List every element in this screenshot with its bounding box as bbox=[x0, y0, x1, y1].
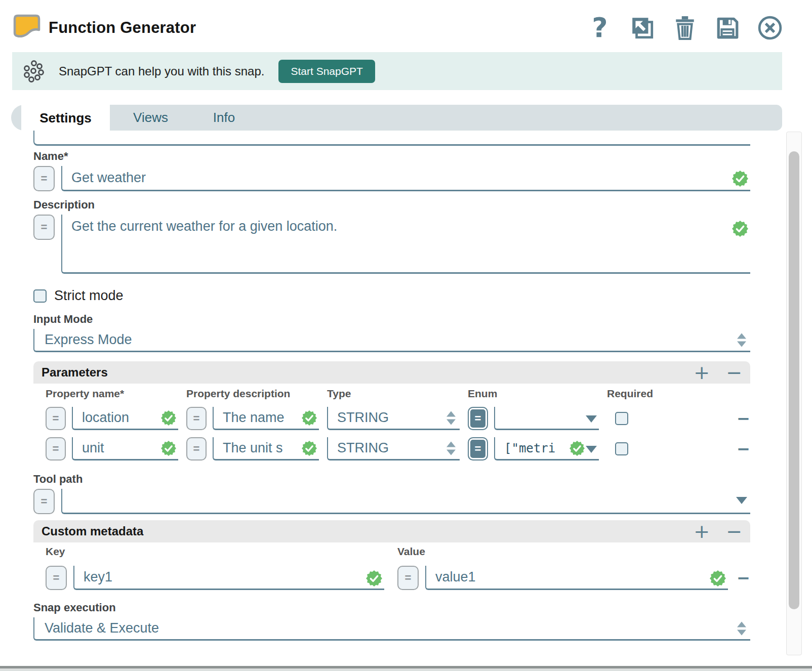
col-key: Key bbox=[46, 546, 384, 558]
strict-mode-row: Strict mode bbox=[33, 288, 750, 304]
param1-required-checkbox[interactable] bbox=[615, 412, 628, 425]
custom-metadata-remove-icon[interactable]: − bbox=[726, 522, 742, 541]
select-spinner-icon bbox=[737, 621, 746, 635]
parameters-add-icon[interactable]: + bbox=[694, 363, 710, 382]
metadata-delete-row-icon[interactable]: − bbox=[737, 570, 750, 586]
select-spinner-icon bbox=[446, 441, 456, 455]
window-bottom-edge bbox=[0, 666, 812, 671]
description-valid-icon bbox=[732, 221, 748, 237]
input-mode-select[interactable]: Express Mode bbox=[33, 329, 750, 352]
name-valid-icon bbox=[732, 171, 748, 187]
col-value: Value bbox=[397, 546, 728, 558]
parameter-row: = unit = The unit s STRING bbox=[33, 437, 750, 460]
col-type: Type bbox=[327, 388, 468, 400]
custom-metadata-section-header: Custom metadata + − bbox=[33, 520, 750, 542]
param2-desc-input[interactable]: The unit s bbox=[213, 437, 319, 460]
start-snapgpt-button[interactable]: Start SnapGPT bbox=[278, 60, 375, 83]
name-expression-toggle[interactable]: = bbox=[33, 166, 55, 191]
parameters-column-headers: Property name* Property description Type… bbox=[33, 388, 750, 400]
col-enum: Enum bbox=[468, 388, 607, 400]
custom-metadata-row: = key1 = value1 − bbox=[33, 566, 750, 590]
param2-type-select[interactable]: STRING bbox=[327, 437, 460, 460]
col-property-description: Property description bbox=[186, 388, 327, 400]
tool-path-expression-toggle[interactable]: = bbox=[33, 489, 55, 514]
help-icon[interactable]: ? bbox=[588, 16, 612, 40]
valid-icon bbox=[710, 570, 726, 586]
scrollbar-thumb[interactable] bbox=[789, 151, 799, 609]
tool-path-input[interactable] bbox=[61, 489, 750, 514]
param1-delete-row-icon[interactable]: − bbox=[737, 410, 750, 427]
param1-enum-expression-toggle[interactable]: = bbox=[468, 407, 488, 430]
param2-desc-expression-toggle[interactable]: = bbox=[186, 437, 207, 460]
param2-name-input[interactable]: unit bbox=[72, 437, 178, 460]
param1-enum-input[interactable] bbox=[494, 407, 599, 430]
snapgpt-icon bbox=[22, 59, 46, 83]
strict-mode-checkbox[interactable] bbox=[33, 289, 47, 303]
snap-icon bbox=[12, 13, 42, 43]
param1-desc-input[interactable]: The name bbox=[213, 407, 319, 430]
delete-icon[interactable] bbox=[673, 16, 697, 40]
tab-views[interactable]: Views bbox=[119, 105, 182, 131]
dialog-header: Function Generator ? bbox=[0, 0, 812, 48]
col-property-name: Property name* bbox=[46, 388, 186, 400]
parameter-row: = location = The name STRING bbox=[33, 407, 750, 430]
snap-execution-label: Snap execution bbox=[33, 601, 750, 614]
parameters-section-header: Parameters + − bbox=[33, 361, 750, 384]
name-input[interactable]: Get weather bbox=[61, 166, 750, 191]
tab-settings[interactable]: Settings bbox=[21, 105, 110, 132]
metadata-key-input[interactable]: key1 bbox=[73, 566, 384, 590]
select-spinner-icon bbox=[737, 333, 746, 347]
custom-metadata-title: Custom metadata bbox=[42, 524, 143, 538]
select-spinner-icon bbox=[446, 411, 456, 425]
valid-icon bbox=[161, 410, 176, 426]
snap-settings-dialog: Function Generator ? bbox=[0, 0, 812, 671]
description-input[interactable]: Get the current weather for a given loca… bbox=[61, 215, 750, 274]
param1-name-expression-toggle[interactable]: = bbox=[46, 407, 66, 430]
input-mode-label: Input Mode bbox=[33, 313, 750, 326]
vertical-scrollbar[interactable] bbox=[786, 132, 802, 655]
close-icon[interactable] bbox=[758, 16, 782, 40]
metadata-key-expression-toggle[interactable]: = bbox=[46, 566, 67, 590]
snap-execution-select[interactable]: Validate & Execute bbox=[33, 617, 750, 641]
param2-name-expression-toggle[interactable]: = bbox=[46, 437, 66, 460]
col-required: Required bbox=[607, 388, 668, 400]
param1-desc-expression-toggle[interactable]: = bbox=[186, 407, 207, 430]
tool-path-row: = bbox=[33, 489, 750, 514]
valid-icon bbox=[302, 410, 317, 426]
param2-required-checkbox[interactable] bbox=[615, 442, 628, 455]
parameters-remove-icon[interactable]: − bbox=[726, 363, 742, 382]
snapgpt-banner: SnapGPT can help you with this snap. Sta… bbox=[12, 52, 782, 90]
param1-type-select[interactable]: STRING bbox=[327, 407, 460, 430]
custom-metadata-add-icon[interactable]: + bbox=[694, 522, 710, 541]
valid-icon bbox=[570, 441, 585, 456]
settings-form: Name* = Get weather Description = Get th… bbox=[33, 131, 750, 641]
description-expression-toggle[interactable]: = bbox=[33, 215, 55, 240]
save-icon[interactable] bbox=[715, 16, 740, 40]
dropdown-arrow-icon bbox=[736, 497, 747, 504]
valid-icon bbox=[302, 441, 317, 456]
parameters-title: Parameters bbox=[42, 365, 108, 380]
custom-metadata-column-headers: Key Value bbox=[33, 546, 750, 558]
strict-mode-label: Strict mode bbox=[54, 288, 124, 304]
tab-info[interactable]: Info bbox=[197, 105, 251, 131]
param2-enum-input[interactable]: ["metri bbox=[494, 437, 599, 460]
dropdown-arrow-icon bbox=[586, 446, 597, 453]
tool-path-label: Tool path bbox=[33, 473, 750, 486]
metadata-value-input[interactable]: value1 bbox=[425, 566, 728, 590]
name-row: = Get weather bbox=[33, 166, 750, 191]
scrolled-field-bottom bbox=[33, 131, 750, 146]
metadata-value-expression-toggle[interactable]: = bbox=[397, 566, 419, 590]
param2-enum-expression-toggle[interactable]: = bbox=[468, 437, 488, 460]
popout-icon[interactable] bbox=[630, 16, 655, 40]
dialog-title: Function Generator bbox=[49, 19, 196, 37]
name-label: Name* bbox=[33, 150, 750, 163]
dropdown-arrow-icon bbox=[586, 415, 597, 423]
param1-name-input[interactable]: location bbox=[72, 407, 178, 430]
valid-icon bbox=[161, 441, 176, 456]
header-actions: ? bbox=[588, 16, 782, 40]
snapgpt-message: SnapGPT can help you with this snap. bbox=[59, 64, 264, 78]
param2-delete-row-icon[interactable]: − bbox=[737, 441, 750, 457]
description-label: Description bbox=[33, 198, 750, 212]
valid-icon bbox=[366, 570, 382, 586]
description-row: = Get the current weather for a given lo… bbox=[33, 215, 750, 274]
